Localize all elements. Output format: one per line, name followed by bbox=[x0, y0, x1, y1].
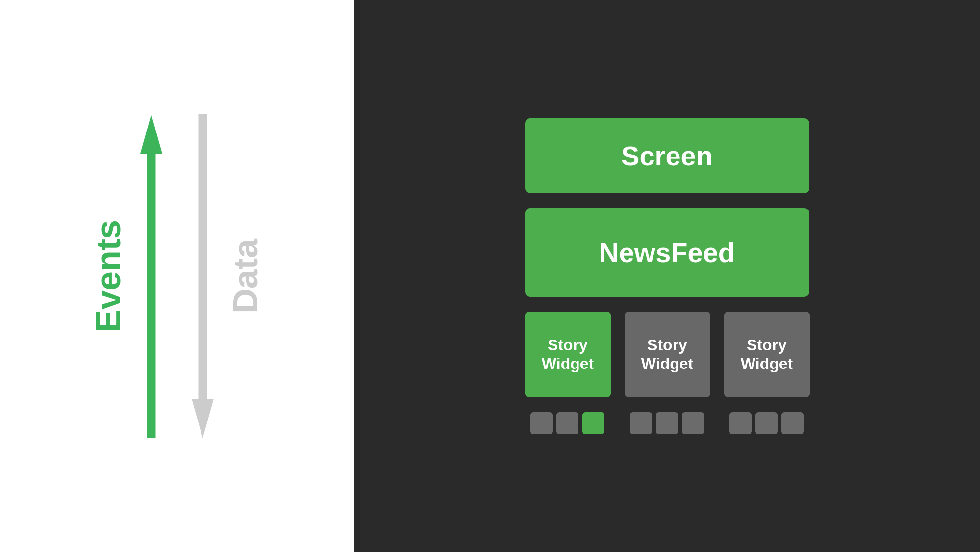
indicator-row bbox=[525, 412, 809, 434]
story-widget-1-label: Story Widget bbox=[542, 336, 594, 373]
indicator-dot-3-2 bbox=[755, 412, 778, 434]
left-panel: Events Data bbox=[0, 0, 354, 552]
indicator-group-1 bbox=[525, 412, 611, 434]
events-arrow-icon bbox=[138, 114, 165, 438]
story-widget-2-label: Story Widget bbox=[641, 336, 693, 373]
svg-marker-1 bbox=[140, 114, 162, 154]
svg-marker-3 bbox=[192, 399, 214, 438]
indicator-dot-1-3 bbox=[582, 412, 604, 434]
indicator-dot-2-2 bbox=[656, 412, 678, 434]
story-widget-1: Story Widget bbox=[525, 312, 611, 397]
data-arrow-icon bbox=[189, 114, 216, 438]
indicator-dot-3-3 bbox=[781, 412, 804, 434]
story-widget-2: Story Widget bbox=[625, 312, 710, 397]
indicator-dot-1-1 bbox=[530, 412, 553, 434]
events-label: Events bbox=[89, 220, 128, 333]
story-widget-3: Story Widget bbox=[724, 312, 810, 397]
right-panel: Screen NewsFeed Story Widget Story Widge… bbox=[354, 0, 980, 552]
indicator-dot-3-1 bbox=[729, 412, 752, 434]
newsfeed-label: NewsFeed bbox=[599, 237, 735, 268]
story-widgets-row: Story Widget Story Widget Story Widget bbox=[525, 312, 809, 397]
newsfeed-box: NewsFeed bbox=[525, 208, 809, 297]
data-label: Data bbox=[226, 239, 265, 314]
indicator-dot-2-1 bbox=[630, 412, 652, 434]
indicator-dot-2-3 bbox=[682, 412, 704, 434]
left-content: Events Data bbox=[0, 0, 354, 552]
indicator-dot-1-2 bbox=[556, 412, 578, 434]
story-widget-3-label: Story Widget bbox=[741, 336, 793, 373]
indicator-group-3 bbox=[724, 412, 809, 434]
screen-label: Screen bbox=[621, 140, 713, 172]
screen-box: Screen bbox=[525, 118, 809, 193]
indicator-group-2 bbox=[624, 412, 710, 434]
